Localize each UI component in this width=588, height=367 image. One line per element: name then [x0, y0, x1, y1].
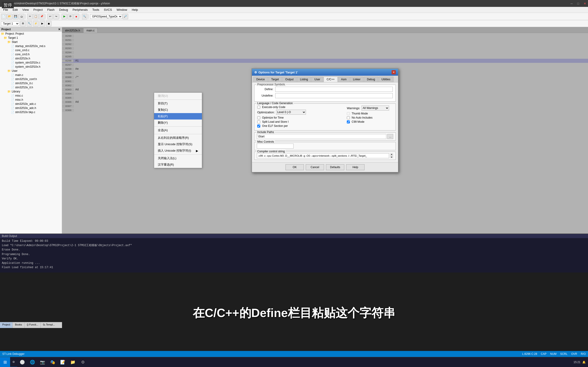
copy-btn[interactable]: 📋 [33, 14, 39, 19]
ctx-copy[interactable]: 复制(C) [154, 107, 202, 113]
dlg-tab-output[interactable]: Output [282, 77, 296, 82]
ctx-delete[interactable]: 删除(Y) [154, 119, 202, 126]
minimize-btn[interactable]: ─ [571, 2, 573, 5]
tree-file-stm32f10x-h[interactable]: 📄 stm32f10x.h [0, 56, 62, 60]
tree-target[interactable]: 📁 Target 1 [0, 36, 62, 40]
search-btn[interactable]: 🔎 [123, 14, 128, 19]
rebuild-btn[interactable]: ⟳ [68, 14, 73, 19]
dlg-tab-linker[interactable]: Linker [350, 77, 363, 82]
menu-flash[interactable]: Flash [45, 8, 57, 12]
tree-file-bkp[interactable]: 📄 stm32f10x bkp.c [0, 110, 62, 114]
tree-file-system-h[interactable]: 📄 system_stm32f10x.h [0, 65, 62, 69]
warnings-select[interactable]: All Warnings No Warnings [362, 106, 389, 110]
compiler-input[interactable] [257, 153, 389, 158]
target-select[interactable]: Target 1 [1, 21, 19, 26]
define-input[interactable] [275, 87, 393, 92]
tree-file-core-cm3-c[interactable]: 📄 core_cm3.c [0, 48, 62, 52]
ctx-reconvert[interactable]: 汉字重选(R) [154, 161, 202, 168]
taskbar-notepad[interactable]: 📝 [59, 358, 67, 366]
build-btn[interactable]: ▶ [61, 14, 67, 19]
cancel-btn[interactable]: Cancel [306, 164, 324, 170]
menu-debug[interactable]: Debug [57, 8, 70, 12]
tree-root[interactable]: 📁 Project: Project [0, 32, 62, 36]
ctx-cut[interactable]: 剪切(T) [154, 100, 202, 107]
split-load-check[interactable] [257, 120, 260, 123]
debug-stop-btn[interactable]: ⏹ [46, 21, 52, 26]
dlg-tab-asm[interactable]: Asm [338, 77, 350, 82]
close-btn[interactable]: ✕ [584, 2, 586, 5]
browse-btn[interactable]: … [387, 134, 393, 139]
dlg-tab-cc[interactable]: C/C++ [324, 77, 338, 82]
ctx-undo[interactable]: 撤消(U) [154, 93, 202, 99]
tree-file-it-h[interactable]: 📄 stm32f10x_it.h [0, 85, 62, 90]
tree-file-adc-c[interactable]: 📄 stm32f10x_adc.c [0, 102, 62, 106]
one-elf-check[interactable] [257, 125, 260, 127]
start-btn[interactable]: ⊞ [0, 357, 10, 367]
menu-help[interactable]: Help [130, 8, 140, 12]
tree-file-core-cm3-h[interactable]: 📄 core_cm3.h [0, 52, 62, 56]
config-btn[interactable]: ⚙ [20, 21, 26, 26]
taskbar-edge[interactable]: 🌐 [28, 358, 36, 366]
undo-btn[interactable]: ↩ [47, 14, 53, 19]
undefine-input[interactable] [275, 93, 393, 98]
thumb-mode-check[interactable] [347, 112, 350, 115]
tree-file-adc-h[interactable]: 📄 stm32f10x_adc.h [0, 106, 62, 110]
ctx-rtl[interactable]: 从右到左的阅读顺序(R) [154, 135, 202, 141]
tree-file-misc-h[interactable]: 📄 misc.h [0, 98, 62, 102]
defaults-btn[interactable]: Defaults [326, 164, 344, 170]
menu-peripherals[interactable]: Peripherals [70, 8, 90, 12]
menu-svcs[interactable]: SVCS [102, 8, 114, 12]
function-select[interactable]: GPIOSpeed_TypeDef [90, 14, 122, 19]
compiler-scroll-down[interactable]: ▼ [390, 156, 393, 158]
tree-file-startup[interactable]: 📄 startup_stm32f10x_md.s [0, 44, 62, 48]
dlg-tab-device[interactable]: Device [253, 77, 268, 82]
tree-file-conf-h[interactable]: 📄 stm32f10x_conf.h [0, 77, 62, 81]
dlg-tab-utilities[interactable]: Utilities [379, 77, 393, 82]
menu-project[interactable]: Project [31, 8, 45, 12]
execute-only-check[interactable] [257, 106, 260, 109]
redo-btn[interactable]: ↪ [53, 14, 59, 19]
dlg-tab-debug[interactable]: Debug [364, 77, 378, 82]
sidebar-controls[interactable]: ✕ [58, 28, 61, 31]
compiler-scroll-up[interactable]: ▲ [390, 153, 393, 155]
no-auto-check[interactable] [347, 116, 350, 119]
misc-input[interactable] [257, 144, 294, 149]
taskbar-uvision[interactable]: ⚙ [10, 357, 17, 367]
notification-icon[interactable]: 🔔 [582, 361, 586, 364]
dlg-tab-listing[interactable]: Listing [297, 77, 311, 82]
taskbar-settings[interactable]: ⚙ [79, 358, 87, 366]
dlg-tab-user[interactable]: User [311, 77, 323, 82]
tree-file-misc-c[interactable]: 📄 misc.c [0, 94, 62, 98]
tree-file-it-c[interactable]: 📄 stm32f10x_it.c [0, 81, 62, 85]
taskbar-search[interactable]: ⚪ [18, 358, 26, 366]
include-input[interactable] [257, 134, 386, 139]
menu-window[interactable]: Window [114, 8, 129, 12]
tree-file-main-c[interactable]: 📄 main.c [0, 73, 62, 77]
save-all-btn[interactable]: 🗂 [19, 14, 24, 19]
open-btn[interactable]: 📂 [7, 14, 12, 19]
c99-check[interactable] [347, 120, 350, 123]
taskbar-photos[interactable]: 📷 [38, 358, 47, 366]
ctx-insert-unicode[interactable]: 插入 Unicode 控制字符(I) ▶ [154, 148, 202, 154]
menu-view[interactable]: View [20, 8, 31, 12]
paste-btn[interactable]: 📌 [39, 14, 44, 19]
options-btn[interactable]: 🔧 [27, 21, 32, 26]
dialog-close-btn[interactable]: ✕ [392, 70, 396, 74]
stop-btn[interactable]: ■ [73, 14, 79, 19]
taskbar-ppt[interactable]: 🎭 [48, 358, 57, 366]
ctx-close-ime[interactable]: 关闭输入法(L) [154, 155, 202, 161]
tree-start-group[interactable]: 📁 Start [0, 40, 62, 44]
ok-btn[interactable]: OK [285, 164, 304, 170]
maximize-btn[interactable]: □ [577, 2, 579, 5]
cut-btn[interactable]: ✂ [27, 14, 33, 19]
ctx-show-unicode[interactable]: 显示 Unicode 控制字符(S) [154, 141, 202, 148]
tree-user-group[interactable]: 📁 User [0, 69, 62, 73]
tree-file-system-c[interactable]: 📄 system_stm32f10x.c [0, 60, 62, 65]
taskbar-explorer[interactable]: 📁 [69, 358, 77, 366]
ctx-paste[interactable]: 粘贴(P) [154, 113, 202, 119]
help-btn[interactable]: Help [346, 164, 364, 170]
menu-tools[interactable]: Tools [90, 8, 102, 12]
debug-btn[interactable]: 🔍 [82, 14, 87, 19]
flash-btn[interactable]: ⚡ [33, 21, 39, 26]
save-btn[interactable]: 💾 [13, 14, 18, 19]
